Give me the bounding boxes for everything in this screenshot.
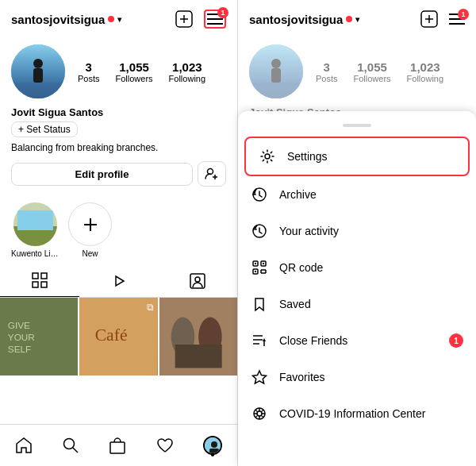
right-menu-qr-label: QR code — [279, 261, 323, 274]
right-menu-item-close-friends[interactable]: Close Friends 1 — [238, 322, 476, 359]
right-menu-saved-label: Saved — [279, 298, 311, 310]
svg-point-40 — [211, 441, 217, 448]
svg-rect-19 — [33, 273, 38, 279]
left-following-count: 1,023 — [172, 60, 202, 74]
left-profile-row: 3 Posts 1,055 Followers 1,023 Following — [11, 44, 226, 98]
left-nav-profile-dot — [211, 453, 214, 456]
left-story-label-1: Kuwento Litrato — [11, 249, 59, 258]
left-add-person-button[interactable] — [198, 161, 226, 187]
gear-icon — [259, 148, 276, 165]
right-menu-item-archive[interactable]: Archive — [238, 176, 476, 213]
right-menu-item-qr[interactable]: QR code — [238, 249, 476, 286]
right-menu-item-settings[interactable]: Settings — [244, 137, 470, 176]
left-add-button[interactable] — [175, 10, 193, 28]
right-menu-item-saved[interactable]: Saved — [238, 286, 476, 322]
activity-icon — [251, 222, 268, 240]
left-header: santosjovitsigua ▾ 1 — [0, 0, 237, 38]
svg-line-83 — [261, 410, 263, 412]
svg-rect-8 — [11, 83, 65, 98]
right-menu-item-favorites[interactable]: Favorites — [238, 359, 476, 395]
svg-rect-62 — [255, 263, 256, 264]
svg-marker-23 — [116, 276, 124, 286]
left-edit-profile-button[interactable]: Edit profile — [11, 163, 193, 186]
right-menu-badge: 1 — [458, 9, 469, 20]
svg-text:YOUR: YOUR — [8, 332, 35, 342]
left-grid-item-2[interactable]: ⧉ Café — [79, 298, 157, 375]
left-chevron-icon: ▾ — [117, 15, 121, 24]
svg-rect-22 — [41, 282, 47, 287]
left-set-status-button[interactable]: + Set Status — [11, 121, 78, 137]
left-grid-item-1[interactable]: GIVE YOUR SELF — [0, 298, 78, 375]
right-chevron-icon: ▾ — [355, 15, 359, 24]
left-bio: Balancing from breaking branches. — [11, 142, 226, 153]
right-menu-archive-label: Archive — [279, 188, 317, 201]
left-username: santosjovitsigua — [11, 13, 105, 26]
left-photo-grid: GIVE YOUR SELF ⧉ Café — [0, 298, 237, 424]
left-grid-item-3[interactable] — [159, 298, 237, 375]
left-posts-count: 3 — [86, 60, 92, 74]
svg-line-81 — [255, 410, 258, 412]
left-nav-search[interactable] — [52, 433, 89, 458]
right-stat-followers: 1,055 Followers — [354, 60, 391, 83]
svg-point-36 — [64, 439, 75, 449]
left-menu-badge: 1 — [217, 7, 228, 18]
svg-rect-63 — [263, 263, 264, 264]
left-nav-shop[interactable] — [99, 433, 136, 458]
right-menu-close-friends-label: Close Friends — [279, 334, 347, 347]
right-stat-posts: 3 Posts — [316, 60, 338, 83]
left-tab-reels[interactable] — [79, 264, 159, 297]
right-following-count: 1,023 — [410, 60, 440, 74]
left-tab-tagged[interactable] — [158, 264, 237, 297]
left-story-new[interactable]: New — [68, 202, 112, 258]
left-stat-following: 1,023 Following — [169, 60, 205, 83]
right-menu-button[interactable]: 1 — [449, 13, 465, 25]
left-stat-followers: 1,055 Followers — [116, 60, 153, 83]
right-following-label: Following — [407, 74, 443, 83]
right-menu-activity-label: Your activity — [279, 225, 339, 237]
right-menu-handle — [343, 124, 371, 127]
svg-rect-10 — [33, 68, 43, 83]
left-followers-label: Followers — [116, 74, 153, 83]
right-menu-item-covid[interactable]: COVID-19 Information Center — [238, 395, 476, 432]
left-nav-home[interactable] — [6, 433, 42, 458]
svg-text:Café: Café — [95, 325, 128, 345]
right-username-row[interactable]: santosjovitsigua ▾ — [249, 13, 359, 26]
right-notification-dot — [346, 16, 352, 22]
right-menu-item-activity[interactable]: Your activity — [238, 213, 476, 249]
left-notification-dot — [108, 16, 114, 22]
close-friends-icon — [251, 332, 268, 349]
left-username-row[interactable]: santosjovitsigua ▾ — [11, 13, 121, 26]
right-followers-count: 1,055 — [357, 60, 387, 74]
left-nav-profile[interactable] — [194, 433, 232, 458]
left-story-kuwento[interactable]: Kuwento Litrato — [11, 202, 59, 258]
svg-line-37 — [73, 448, 78, 453]
left-story-label-new: New — [82, 249, 98, 258]
svg-point-25 — [195, 277, 200, 282]
svg-point-56 — [265, 154, 270, 159]
right-menu-close-friends-badge: 1 — [449, 333, 463, 348]
left-menu-button[interactable]: 1 — [204, 10, 226, 29]
left-profile-name: Jovit Sigua Santos — [11, 106, 226, 118]
right-posts-count: 3 — [324, 60, 330, 74]
svg-marker-72 — [263, 338, 266, 341]
left-panel: santosjovitsigua ▾ 1 — [0, 0, 238, 466]
svg-line-82 — [261, 415, 263, 418]
left-avatar — [11, 44, 65, 98]
right-posts-label: Posts — [316, 74, 338, 83]
svg-rect-52 — [271, 68, 281, 83]
left-posts-label: Posts — [78, 74, 100, 83]
svg-rect-50 — [249, 83, 303, 98]
left-following-label: Following — [169, 74, 205, 83]
right-stats-row: 3 Posts 1,055 Followers 1,023 Following — [316, 60, 465, 83]
svg-rect-35 — [175, 345, 221, 368]
left-nav-heart[interactable] — [147, 433, 183, 458]
right-avatar — [249, 44, 303, 98]
left-stat-posts: 3 Posts — [78, 60, 100, 83]
right-add-button[interactable] — [420, 10, 438, 28]
left-edit-row: Edit profile — [11, 161, 226, 187]
left-bottom-nav — [0, 424, 237, 466]
svg-rect-21 — [33, 282, 38, 287]
right-menu-sheet: Settings Archive — [238, 111, 476, 466]
left-tab-grid[interactable] — [0, 264, 79, 297]
right-menu-favorites-label: Favorites — [279, 371, 325, 383]
